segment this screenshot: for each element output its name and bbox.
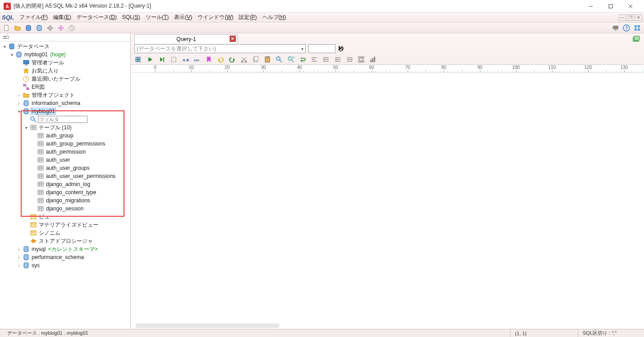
tree-schema-mysql[interactable]: ›mysql <カレントスキーマ> [16,245,130,253]
tree-schema-sys[interactable]: ›sys [16,261,130,269]
main-area: ▾データベース▾myblog01 (hoge)管理者ツールお気に入り最近開いたテ… [0,33,644,329]
tree-table[interactable]: django_admin_log [31,180,130,188]
menu-item[interactable]: 設定(P) [236,13,259,21]
menu-item[interactable]: データベース(D) [74,13,120,21]
wrap-icon[interactable] [299,55,307,64]
tree-er-diagram-icon [23,83,30,91]
structure-icon[interactable] [357,55,365,64]
run-step-icon[interactable] [158,55,166,64]
sql-editor[interactable] [131,73,644,329]
tree-procs[interactable]: ストアドプロシージャ [23,237,130,245]
tab-query1[interactable]: Query-1 ✕ [134,34,238,43]
csv-icon[interactable]: csv [193,55,201,64]
new-file-icon[interactable] [3,24,11,32]
stop-icon[interactable] [170,55,178,64]
maximize-button[interactable] [601,0,621,13]
mdi-restore-button[interactable]: ❐ [627,14,634,21]
close-icon[interactable]: ✕ [230,36,236,42]
tree-table[interactable]: auth_user_groups [31,164,130,172]
menu-item[interactable]: 表示(V) [171,13,195,21]
tree-table[interactable]: django_content_type [31,188,130,196]
tree-table[interactable]: django_session [31,205,130,213]
tree-toggle-icon[interactable] [2,33,10,41]
minimize-button[interactable] [581,0,601,13]
expand-icon[interactable]: › [16,93,22,98]
tree-mgmt-objects[interactable]: ›管理オブジェクト [16,91,130,99]
expand-icon[interactable]: ▾ [16,109,22,114]
tree-schema-performance[interactable]: ›performance_schema [16,253,130,261]
db-tree-icon[interactable] [35,24,43,32]
help-icon[interactable]: ? [622,24,630,32]
redo-icon[interactable] [228,55,236,64]
expand-icon[interactable]: › [16,263,22,268]
filter-input[interactable] [38,116,87,123]
flower-icon[interactable] [57,24,65,32]
close-button[interactable] [621,0,640,13]
tree-er-diagram[interactable]: ER図 [16,83,130,91]
tree-table[interactable]: auth_group [31,132,130,140]
menu-item[interactable]: 編集(E) [51,13,74,21]
run-query-icon[interactable] [134,55,143,64]
cut-icon[interactable] [240,55,248,64]
db-tree[interactable]: ▾データベース▾myblog01 (hoge)管理者ツールお気に入り最近開いたテ… [0,41,130,329]
bookmark-icon[interactable] [205,55,213,64]
expand-icon[interactable]: › [16,247,22,252]
expand-icon[interactable]: ▾ [23,125,29,130]
menu-item[interactable]: ツール(T) [143,13,171,21]
undo-icon[interactable] [216,55,225,64]
tree-information-schema[interactable]: ›information_schema [16,99,130,107]
tree-connection[interactable]: ▾myblog01 (hoge) [9,50,130,59]
tree-synonyms[interactable]: シノニム [23,229,130,237]
tree-root-database[interactable]: ▾データベース [2,42,130,50]
tree-table[interactable]: auth_user [31,156,130,164]
seconds-input[interactable] [308,44,336,53]
run-icon[interactable] [146,55,154,64]
expand-icon[interactable]: ▾ [2,44,7,49]
expand-icon[interactable]: › [16,101,22,106]
mdi-close-button[interactable]: ✕ [635,14,642,21]
replace-icon[interactable]: ↻ [287,55,295,64]
chart-icon[interactable] [369,55,377,64]
tree-tables-folder[interactable]: ▾テーブル (10) [23,123,130,132]
svg-rect-36 [25,64,27,65]
tree-views[interactable]: ビュー [23,213,130,221]
svg-rect-26 [635,25,637,27]
align-left-icon[interactable] [310,55,318,64]
indent-right-icon[interactable] [322,55,330,64]
tree-matviews[interactable]: マテリアライズドビュー [23,221,130,229]
menu-item[interactable]: ファイル(F) [17,13,51,21]
search-icon[interactable] [275,55,283,64]
tree-table[interactable]: auth_permission [31,148,130,156]
tree-schema-myblog01[interactable]: ▾myblog01 [16,107,130,115]
window-controls [581,0,640,13]
explain-icon[interactable]: A:B [181,55,189,64]
database-icon[interactable] [24,24,32,32]
horizontal-scrollbar[interactable] [131,323,644,329]
tree-label: myblog01 [31,108,56,115]
indent-left-icon[interactable] [334,55,342,64]
expand-icon[interactable]: › [16,255,22,260]
outdent-icon[interactable] [345,55,354,64]
svg-point-16 [60,29,62,31]
tree-table[interactable]: django_migrations [31,196,130,205]
gear-icon[interactable] [46,24,54,32]
tree-recent-tables[interactable]: 最近開いたテーブル [16,75,130,83]
menu-item[interactable]: SQL(S) [120,13,143,21]
menu-item[interactable]: ウインドウ(W) [195,13,236,21]
paste-icon[interactable] [263,55,271,64]
tree-table[interactable]: auth_group_permissions [31,140,130,148]
expand-icon[interactable]: ▾ [9,52,14,57]
copy-icon[interactable] [252,55,260,64]
svg-rect-35 [23,60,29,64]
tree-table[interactable]: auth_user_user_permissions [31,172,130,180]
open-file-icon[interactable] [14,24,22,32]
menu-item[interactable]: ヘルプ(H) [260,13,289,21]
new-tab-icon[interactable] [632,35,640,43]
clock-icon[interactable] [68,24,76,32]
grid-icon[interactable] [633,24,641,32]
mdi-minimize-button[interactable]: — [619,14,626,21]
database-select[interactable]: (データベースを選択して下さい) ▾ [134,44,306,53]
tree-admin-tools[interactable]: 管理者ツール [16,59,130,67]
monitor-icon[interactable] [612,24,620,32]
tree-favorites[interactable]: お気に入り [16,67,130,75]
